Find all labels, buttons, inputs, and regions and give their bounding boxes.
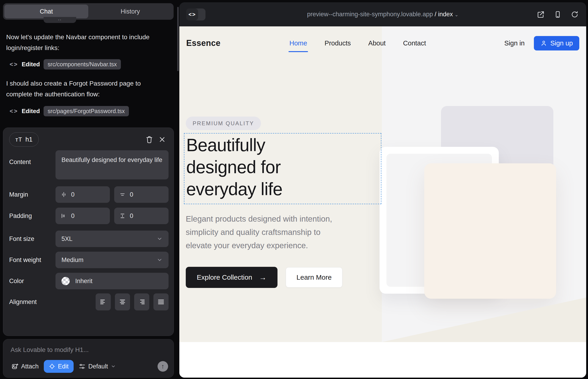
url-bar: preview--charming-site-symphony.lovable.…	[179, 11, 586, 18]
tab-history[interactable]: History	[88, 5, 172, 18]
margin-x-input[interactable]: 0	[56, 186, 110, 203]
decor-card-cream	[424, 163, 556, 299]
site-navbar: Essence Home Products About Contact Sign…	[179, 26, 586, 60]
chevron-down-icon	[111, 364, 116, 369]
sliders-icon	[79, 363, 86, 370]
align-justify-icon	[157, 298, 165, 306]
close-icon	[159, 136, 166, 143]
file-chip[interactable]: src/components/Navbar.tsx	[44, 59, 121, 69]
padding-vertical-icon	[119, 213, 126, 219]
arrow-right-icon: →	[259, 273, 266, 282]
h1-selection-outline[interactable]: Beautifully designed for everyday life	[184, 133, 381, 204]
open-external-button[interactable]	[536, 10, 545, 19]
tab-chat[interactable]: Chat	[4, 5, 88, 18]
attach-image-icon	[12, 363, 18, 370]
site-canvas: Essence Home Products About Contact Sign…	[179, 26, 586, 378]
url-page[interactable]: index	[438, 11, 453, 18]
hero-heading[interactable]: Beautifully designed for everyday life	[186, 134, 282, 200]
chat-sidebar: Chat History .. Now let's update the Nav…	[0, 0, 179, 379]
selected-element-pill[interactable]: тT h1	[9, 132, 39, 147]
preview-toolbar: <> preview--charming-site-symphony.lovab…	[179, 2, 586, 26]
element-editor-panel: тT h1 Content Beautifully designed for e…	[3, 127, 174, 336]
code-toggle-icon: <>	[186, 8, 198, 20]
align-left-button[interactable]	[96, 293, 111, 310]
alignment-label: Alignment	[9, 299, 56, 306]
color-swatch	[62, 277, 70, 285]
content-input[interactable]: Beautifully designed for everyday life	[56, 150, 169, 179]
chat-message: Now let's update the Navbar component to…	[6, 32, 168, 53]
nav-link-home[interactable]: Home	[289, 39, 307, 47]
align-left-icon	[99, 298, 107, 306]
file-chip[interactable]: src/pages/ForgotPassword.tsx	[44, 106, 129, 116]
learn-more-button[interactable]: Learn More	[286, 267, 342, 287]
align-right-button[interactable]	[134, 293, 149, 310]
chat-scrollbar[interactable]	[177, 7, 179, 71]
chevron-down-icon[interactable]: ⌄	[454, 12, 458, 17]
nav-link-products[interactable]: Products	[325, 39, 351, 47]
nav-link-contact[interactable]: Contact	[403, 39, 426, 47]
mobile-view-button[interactable]	[553, 10, 562, 19]
next-section	[179, 342, 586, 378]
font-weight-label: Font weight	[9, 256, 56, 264]
close-panel-button[interactable]	[156, 133, 169, 146]
edited-file-row: <> Edited src/components/Navbar.tsx	[10, 59, 121, 69]
chat-history-tabbar: Chat History	[3, 3, 174, 20]
font-size-label: Font size	[9, 235, 56, 242]
refresh-icon	[571, 11, 579, 18]
mode-selector[interactable]: Default	[77, 363, 118, 370]
edited-label: Edited	[22, 108, 40, 115]
align-center-icon	[119, 298, 126, 306]
decor-wedge	[382, 293, 586, 342]
edited-label: Edited	[22, 61, 40, 68]
user-icon	[540, 40, 547, 47]
margin-y-input[interactable]: 0	[114, 186, 169, 203]
attach-button[interactable]: Attach	[10, 363, 41, 370]
truncated-chip: ..	[44, 17, 76, 23]
trash-icon	[145, 136, 153, 143]
edit-mode-button[interactable]: Edit	[44, 360, 74, 373]
align-justify-button[interactable]	[154, 293, 169, 310]
preview-browser: <> preview--charming-site-symphony.lovab…	[179, 2, 586, 378]
composer-input[interactable]: Ask Lovable to modify H1...	[11, 346, 166, 354]
element-tag: h1	[25, 136, 32, 143]
edited-file-row: <> Edited src/pages/ForgotPassword.tsx	[10, 106, 129, 116]
external-link-icon	[537, 10, 545, 19]
margin-vertical-icon	[119, 191, 126, 198]
padding-x-input[interactable]: 0	[56, 208, 110, 224]
typography-icon: тT	[15, 136, 22, 143]
align-right-icon	[138, 298, 146, 306]
chevron-down-icon	[157, 257, 163, 263]
hero-description: Elegant products designed with intention…	[186, 212, 332, 252]
composer-panel: Ask Lovable to modify H1... Attach Edit …	[3, 339, 174, 378]
code-icon: <>	[10, 61, 18, 68]
target-icon	[49, 363, 55, 370]
content-label: Content	[9, 150, 56, 166]
chevron-down-icon	[157, 236, 163, 242]
premium-quality-badge: PREMIUM QUALITY	[186, 117, 261, 130]
explore-collection-button[interactable]: Explore Collection →	[186, 267, 278, 288]
align-center-button[interactable]	[115, 293, 130, 310]
color-label: Color	[9, 278, 56, 285]
sign-up-button[interactable]: Sign up	[534, 36, 579, 50]
margin-label: Margin	[9, 191, 56, 198]
site-logo[interactable]: Essence	[186, 38, 221, 48]
margin-horizontal-icon	[61, 191, 67, 198]
padding-horizontal-icon	[61, 213, 67, 219]
color-select[interactable]: Inherit	[56, 273, 169, 289]
padding-y-input[interactable]: 0	[114, 208, 169, 224]
code-icon: <>	[10, 108, 18, 115]
font-weight-select[interactable]: Medium	[56, 252, 169, 268]
nav-link-about[interactable]: About	[368, 39, 386, 47]
padding-label: Padding	[9, 212, 56, 220]
refresh-button[interactable]	[570, 10, 579, 19]
send-button[interactable]: ↑	[157, 361, 168, 372]
font-size-select[interactable]: 5XL	[56, 231, 169, 247]
chat-message: I should also create a Forgot Password p…	[6, 78, 168, 100]
code-preview-toggle[interactable]: <>	[186, 8, 205, 20]
url-host[interactable]: preview--charming-site-symphony.lovable.…	[307, 11, 433, 18]
smartphone-icon	[554, 11, 562, 18]
delete-element-button[interactable]	[143, 133, 156, 146]
sign-in-link[interactable]: Sign in	[504, 39, 525, 47]
